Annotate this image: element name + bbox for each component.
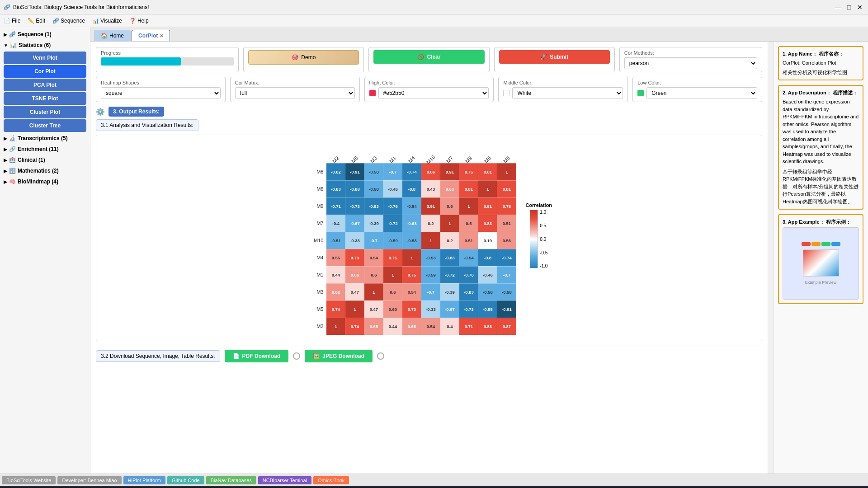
ncbiparser-btn[interactable]: NCBIparser Teminal [258, 476, 311, 484]
tsne-plot-button[interactable]: TSNE Plot [4, 92, 86, 105]
heatmap-cell: -0.58 [364, 180, 383, 197]
low-color-select[interactable]: Green [646, 87, 757, 99]
heatmap-cell: -0.8 [402, 180, 421, 197]
sidebar-category-clinical[interactable]: ▶ 🏥 Clinical (1) [0, 155, 90, 165]
tab-corplot[interactable]: CorPlot ✕ [132, 30, 170, 41]
heatmap-cell: 0.86 [421, 163, 440, 180]
heatmap-chart: M2M5M3M1M4M10M7M9M6M8M8-0.82-0.91-0.58-0… [306, 141, 517, 335]
heatmap-cell: -0.58 [478, 283, 497, 300]
heatmap-cell: -0.54 [402, 197, 421, 215]
menu-sequence[interactable]: 🧬 Sequence [52, 18, 85, 24]
hight-color-select[interactable]: #e52b50 [378, 87, 489, 99]
pdf-download-button[interactable]: 📄 PDF Download [225, 350, 289, 362]
download-label: 3.2 Download Sequence, Image, Table Resu… [96, 350, 220, 362]
middle-color-select[interactable]: White [512, 87, 623, 99]
cor-matrix-box: Cor Matrix: full upper lower [230, 77, 360, 102]
menu-visualize[interactable]: 📊 Visualize [92, 18, 122, 24]
footer: BioSciTools Website Developer: Benbea Mi… [0, 474, 868, 486]
omicsbook-btn[interactable]: Omics Book [313, 476, 349, 484]
sidebar-category-mathematics[interactable]: ▶ 🔢 Mathematics (2) [0, 165, 90, 176]
heatmap-cell: -0.91 [345, 163, 364, 180]
heatmap-cell: 0.73 [402, 300, 421, 318]
venn-plot-button[interactable]: Venn Plot [4, 52, 86, 64]
cluster-plot-button[interactable]: Cluster Plot [4, 106, 86, 118]
heatmap-cell: 0.54 [421, 318, 440, 335]
heatmap-cell: 0.60 [383, 300, 402, 318]
heatmap-cell: 0.51 [459, 232, 478, 249]
heatmap-cell: 0.54 [364, 249, 383, 266]
heatmap-cell: -0.51 [326, 232, 345, 249]
statistics-icon: 📊 [10, 42, 17, 48]
menu-help[interactable]: ❓ Help [129, 18, 149, 24]
heatmap-cell: -0.46 [478, 266, 497, 283]
heatmap-shapes-select[interactable]: square circle ellipse [101, 87, 221, 99]
heatmap-cell: -0.39 [364, 215, 383, 232]
cor-methods-select[interactable]: pearson spearman kendall [624, 57, 757, 69]
heatmap-row: M30.620.4710.60.54-0.7-0.39-0.83-0.58-0.… [306, 283, 516, 300]
progress-bar [101, 57, 181, 66]
heatmap-cell: -0.54 [459, 249, 478, 266]
hight-color-swatch [369, 90, 376, 96]
progress-label: Progress [101, 50, 234, 56]
maximize-button[interactable]: □ [844, 3, 854, 12]
sidebar-category-transcriptomics[interactable]: ▶ 🔬 Transcriptomics (5) [0, 133, 90, 144]
menu-edit[interactable]: ✏️ Edit [28, 18, 45, 24]
heatmap-cell: -0.72 [440, 266, 459, 283]
pdf-radio[interactable] [293, 352, 300, 360]
github-btn[interactable]: Github Code [167, 476, 204, 484]
menu-file[interactable]: 📄 File [4, 18, 20, 24]
download-bar: 3.2 Download Sequence, Image, Table Resu… [96, 346, 762, 366]
heatmap-col-label: M1 [388, 155, 397, 164]
developer-btn[interactable]: Developer: Benbea Miao [57, 476, 121, 484]
app-example-box: 3. App Example： 程序示例： Example Preview [778, 214, 863, 304]
tab-home[interactable]: 🏠 Home [94, 30, 131, 41]
jpeg-download-button[interactable]: 🖼️ JPEG Download [305, 350, 373, 362]
sidebar-category-statistics[interactable]: ▼ 📊 Statistics (6) [0, 40, 90, 51]
heatmap-row: M8-0.82-0.91-0.58-0.7-0.740.860.910.750.… [306, 163, 516, 180]
sidebar-category-biomindmap[interactable]: ▶ 🧠 BioMindmap (4) [0, 176, 90, 187]
legend-labels: 1.0 0.5 0.0 -0.5 -1.0 [538, 210, 547, 268]
jpeg-radio[interactable] [377, 352, 384, 360]
demo-box: 🎯 Demo [243, 47, 364, 72]
correlation-legend: Correlation 1.0 0.5 0.0 -0.5 -1.0 [525, 202, 552, 268]
heatmap-col-label: M9 [464, 155, 473, 164]
clear-button[interactable]: 🚫 Clear [373, 50, 484, 64]
arrow-icon-6: ▶ [4, 179, 7, 184]
window-title: BioSciTools: Biology Science Tools for B… [13, 4, 149, 10]
demo-button[interactable]: 🎯 Demo [248, 50, 359, 65]
heatmap-cell: -0.73 [459, 300, 478, 318]
cor-plot-button[interactable]: Cor Plot [4, 65, 86, 78]
bioscitools-btn[interactable]: BioSciTools Website [2, 476, 56, 484]
heatmap-cell: 0.62 [326, 283, 345, 300]
cluster-tree-button[interactable]: Cluster Tree [4, 119, 86, 132]
cor-matrix-label: Cor Matrix: [235, 80, 355, 85]
heatmap-cell: 1 [402, 249, 421, 266]
heatmap-cell: 1 [440, 215, 459, 232]
heatmap-cell: 0.75 [402, 266, 421, 283]
heatmap-cell: -0.76 [459, 266, 478, 283]
heatmap-cell: -0.73 [345, 197, 364, 215]
pca-plot-button[interactable]: PCA Plot [4, 79, 86, 91]
heatmap-row: M50.7410.470.600.73-0.33-0.67-0.73-0.85-… [306, 300, 516, 318]
tab-close-icon[interactable]: ✕ [160, 33, 163, 38]
heatmap-row-label: M7 [306, 215, 326, 232]
app-icon: 🧬 [4, 4, 10, 10]
close-button[interactable]: ✕ [855, 3, 864, 12]
hiplot-btn[interactable]: HiPlot Platform [123, 476, 165, 484]
window-controls[interactable]: — □ ✕ [834, 3, 864, 12]
sidebar-category-sequence[interactable]: ▶ 🧬 Sequence (1) [0, 29, 90, 40]
submit-button[interactable]: 🚀 Submit [499, 50, 610, 64]
sidebar-category-enrichment[interactable]: ▶ 🔗 Enrichment (11) [0, 144, 90, 155]
heatmap-cell: 0.65 [364, 318, 383, 335]
content-area: 🏠 Home CorPlot ✕ Progress [90, 27, 868, 474]
heatmap-row: M6-0.83-0.88-0.58-0.46-0.80.430.630.8110… [306, 180, 516, 197]
scrollbar[interactable] [768, 42, 773, 474]
heatmap-cell: -0.83 [364, 197, 383, 215]
heatmap-cell: 0.74 [326, 300, 345, 318]
minimize-button[interactable]: — [834, 3, 843, 12]
bianav-btn[interactable]: BiaNav Databases [206, 476, 256, 484]
app-name-title: 1. App Name： 程序名称： [783, 51, 859, 57]
cor-matrix-select[interactable]: full upper lower [235, 87, 355, 99]
heatmap-cell: 0.87 [497, 318, 516, 335]
heatmap-cell: 0.81 [478, 197, 497, 215]
